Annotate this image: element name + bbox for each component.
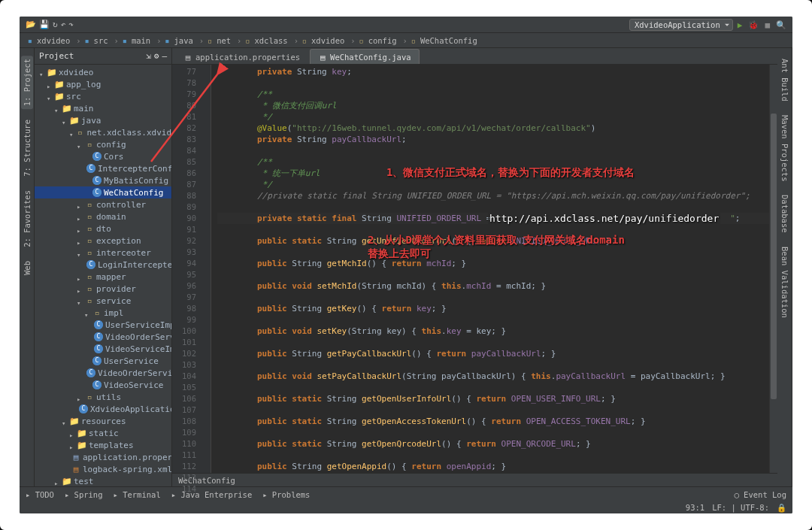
- editor-tab[interactable]: ▤application.properties: [175, 49, 308, 64]
- tree-item[interactable]: 📁app_log: [35, 78, 171, 90]
- undo-icon[interactable]: ↶: [61, 19, 66, 31]
- right-tool-stripe: Ant BuildMaven ProjectsDatabaseBean Vali…: [777, 48, 792, 486]
- breadcrumb-item[interactable]: ▪src: [83, 36, 108, 45]
- code-content[interactable]: private String key; /** * 微信支付回调url */ @…: [211, 65, 769, 473]
- open-icon[interactable]: 📂: [26, 19, 36, 31]
- tree-item[interactable]: ▫dto: [35, 223, 171, 235]
- tree-item[interactable]: 📁java: [35, 114, 171, 126]
- tree-item[interactable]: 📁main: [35, 102, 171, 114]
- ide-window: 📂 💾 ↻ ↶ ↷ XdvideoApplication ▶ 🐞 ■ 🔍 ▪xd…: [20, 17, 792, 513]
- run-configuration-dropdown[interactable]: XdvideoApplication: [629, 19, 733, 31]
- tree-item[interactable]: ▤application.properties: [35, 451, 171, 463]
- tree-item[interactable]: 📁test: [35, 475, 171, 486]
- tree-item[interactable]: ▤logback-spring.xml: [35, 463, 171, 475]
- tool-tab[interactable]: Maven Projects: [779, 112, 791, 185]
- collapse-icon[interactable]: ⇲: [146, 51, 151, 61]
- tree-item[interactable]: ▫interceoter: [35, 247, 171, 259]
- tree-item[interactable]: 📁templates: [35, 439, 171, 451]
- tree-item[interactable]: CVideoOrderServic: [35, 331, 171, 343]
- gear-icon[interactable]: ⚙: [154, 51, 159, 61]
- caret-position: 93:1: [686, 503, 704, 512]
- breadcrumb-item[interactable]: ▫xdclass: [243, 36, 287, 45]
- scrollbar-thumb[interactable]: [771, 114, 777, 399]
- tree-item[interactable]: ▫config: [35, 138, 171, 150]
- tree-item[interactable]: CVideoServiceImp: [35, 343, 171, 355]
- code-editor[interactable]: 7778798081828384858687888990919293949596…: [172, 65, 777, 473]
- refresh-icon[interactable]: ↻: [53, 19, 58, 31]
- breadcrumb-item[interactable]: ▫xdvideo: [300, 36, 344, 45]
- project-panel-header: Project ⇲ ⚙ –: [35, 48, 171, 65]
- breadcrumb-item[interactable]: ▪xdvideo: [26, 36, 70, 45]
- tree-item[interactable]: CIntercepterConfig: [35, 162, 171, 174]
- tree-item[interactable]: 📁xdvideo: [35, 66, 171, 78]
- event-log-btn[interactable]: ◯ Event Log: [734, 490, 786, 499]
- tool-tab[interactable]: Ant Build: [779, 56, 791, 104]
- tree-item[interactable]: CCors: [35, 150, 171, 162]
- breadcrumb-item[interactable]: ▫net: [205, 36, 231, 45]
- tree-item[interactable]: ▫provider: [35, 283, 171, 295]
- tree-item[interactable]: 📁static: [35, 427, 171, 439]
- tool-tab[interactable]: Web: [21, 258, 33, 278]
- tree-item[interactable]: CMyBatisConfig: [35, 174, 171, 186]
- tool-tab[interactable]: Bean Validation: [779, 244, 791, 321]
- status-item[interactable]: ▸ Problems: [262, 490, 310, 499]
- tree-item[interactable]: CVideoOrderService: [35, 367, 171, 379]
- status-item[interactable]: ▸ TODO: [26, 490, 54, 499]
- tree-item[interactable]: ▫utils: [35, 391, 171, 403]
- status-item[interactable]: ▸ Terminal: [114, 490, 161, 499]
- tree-item[interactable]: CUserServiceImpl: [35, 319, 171, 331]
- gutter-icons: [201, 65, 211, 473]
- tree-item[interactable]: ▫impl: [35, 307, 171, 319]
- tool-tab[interactable]: 7: Structure: [21, 117, 33, 180]
- tree-item[interactable]: CVideoService: [35, 379, 171, 391]
- tree-item[interactable]: CXdvideoApplication: [35, 403, 171, 415]
- editor-tab[interactable]: ▤WeChatConfig.java: [310, 49, 419, 64]
- tree-item[interactable]: CWeChatConfig: [35, 186, 171, 198]
- save-icon[interactable]: 💾: [39, 19, 50, 31]
- status-bar: ▸ TODO▸ Spring▸ Terminal▸ Java Enterpris…: [20, 486, 792, 501]
- line-gutter: 7778798081828384858687888990919293949596…: [172, 65, 201, 473]
- breadcrumb-item[interactable]: ▫WeChatConfig: [409, 36, 477, 45]
- code-breadcrumb[interactable]: WeChatConfig: [172, 473, 777, 486]
- status-item[interactable]: ▸ Spring: [65, 490, 103, 499]
- redo-icon[interactable]: ↷: [68, 19, 74, 31]
- editor-tabs: ▤application.properties▤WeChatConfig.jav…: [172, 48, 777, 65]
- tree-item[interactable]: CLoginIntercepter: [35, 259, 171, 271]
- hide-icon[interactable]: –: [162, 51, 167, 61]
- file-encoding: LF: | UTF-8:: [712, 503, 769, 512]
- tree-item[interactable]: 📁src: [35, 90, 171, 102]
- tree-item[interactable]: ▫mapper: [35, 271, 171, 283]
- breadcrumb-item[interactable]: ▪main: [120, 36, 150, 45]
- debug-icon[interactable]: 🐞: [748, 19, 759, 31]
- toolbar: 📂 💾 ↻ ↶ ↷ XdvideoApplication ▶ 🐞 ■ 🔍: [20, 17, 792, 33]
- breadcrumb-item[interactable]: ▪java: [163, 36, 193, 45]
- breadcrumb-item[interactable]: ▫config: [357, 36, 397, 45]
- lock-icon: 🔒: [777, 503, 786, 513]
- search-icon[interactable]: 🔍: [776, 19, 786, 31]
- run-icon[interactable]: ▶: [738, 19, 743, 31]
- editor-area: ▤application.properties▤WeChatConfig.jav…: [172, 48, 777, 486]
- tree-item[interactable]: CUserService: [35, 355, 171, 367]
- tree-item[interactable]: ▫net.xdclass.xdvideo: [35, 126, 171, 138]
- tree-item[interactable]: ▫controller: [35, 198, 171, 210]
- tree-item[interactable]: ▫domain: [35, 210, 171, 223]
- left-tool-stripe: 1: Project7: Structure2: FavoritesWeb: [20, 48, 35, 486]
- tool-tab[interactable]: 2: Favorites: [21, 187, 33, 250]
- tree-item[interactable]: 📁resources: [35, 415, 171, 427]
- breadcrumb-bar: ▪xdvideo›▪src›▪main›▪java›▫net›▫xdclass›…: [20, 33, 792, 48]
- editor-scrollbar[interactable]: [769, 65, 777, 473]
- stop-icon[interactable]: ■: [765, 19, 770, 31]
- project-sidebar: Project ⇲ ⚙ – 📁xdvideo📁app_log📁src📁main📁…: [35, 48, 172, 486]
- project-tree[interactable]: 📁xdvideo📁app_log📁src📁main📁java▫net.xdcla…: [35, 65, 171, 486]
- tool-tab[interactable]: Database: [779, 192, 791, 236]
- status-bar-2: 93:1 LF: | UTF-8: 🔒: [20, 501, 792, 513]
- tree-item[interactable]: ▫exception: [35, 235, 171, 247]
- tool-tab[interactable]: 1: Project: [21, 56, 33, 109]
- tree-item[interactable]: ▫service: [35, 295, 171, 307]
